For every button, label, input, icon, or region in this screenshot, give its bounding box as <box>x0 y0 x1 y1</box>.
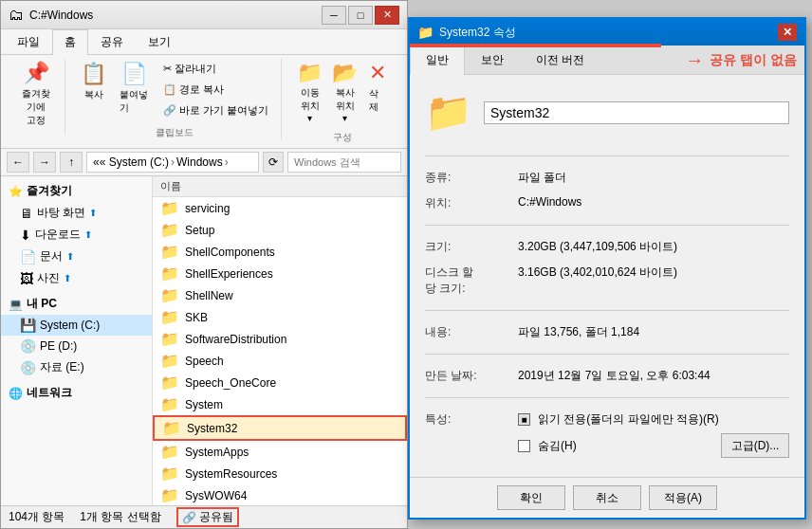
hidden-checkbox[interactable] <box>518 440 530 452</box>
copy-path-label: 경로 복사 <box>179 82 224 97</box>
props-close-button[interactable]: ✕ <box>778 24 797 41</box>
list-item[interactable]: 📁 Setup <box>153 219 407 241</box>
sidebar-mypc-header[interactable]: 💻 내 PC <box>1 293 152 315</box>
sidebar-item-data[interactable]: 💿 자료 (E:) <box>1 356 152 378</box>
ribbon-group-clipboard: 📋 복사 📄 붙여넣기 ✂ 잘라내기 📋 경 <box>69 59 282 139</box>
up-button[interactable]: ↑ <box>60 152 83 173</box>
forward-button[interactable]: → <box>33 152 56 173</box>
path-segment-1[interactable]: «« System (C:) <box>93 155 169 169</box>
list-item[interactable]: 📁 SysWOW64 <box>153 484 407 505</box>
search-input[interactable] <box>287 152 401 173</box>
divider-3 <box>425 310 789 311</box>
cancel-button[interactable]: 취소 <box>573 485 641 510</box>
shared-label: 공유됨 <box>199 509 233 525</box>
selected-count: 1개 항목 선택함 <box>80 509 160 525</box>
hidden-checkbox-box[interactable] <box>518 440 530 452</box>
maximize-button[interactable]: □ <box>348 6 373 25</box>
list-item[interactable]: 📁 Speech <box>153 350 407 372</box>
sidebar-item-download[interactable]: ⬇ 다운로드 ⬆ <box>1 224 152 246</box>
content-area: ⭐ 즐겨찾기 🖥 바탕 화면 ⬆ ⬇ 다운로드 ⬆ 📄 문서 ⬆ <box>1 176 407 505</box>
sidebar-item-desktop[interactable]: 🖥 바탕 화면 ⬆ <box>1 202 152 224</box>
list-item[interactable]: 📁 SKB <box>153 306 407 328</box>
copy-button[interactable]: 📋 복사 <box>77 59 111 104</box>
folder-icon: 📁 <box>160 486 179 504</box>
list-item[interactable]: 📁 ShellExperiences <box>153 263 407 284</box>
tab-general[interactable]: 일반 <box>410 46 465 75</box>
props-title-text: System32 속성 <box>439 25 772 41</box>
refresh-button[interactable]: ⟳ <box>263 152 284 173</box>
sidebar-section-mypc: 💻 내 PC 💾 System (C:) 💿 PE (D:) 💿 자료 (E:) <box>1 293 152 378</box>
paste-button[interactable]: 📄 붙여넣기 <box>113 59 157 118</box>
readonly-row: ■ 읽기 전용(폴더의 파일에만 적용)(R) <box>518 411 789 428</box>
size-value: 3.20GB (3,447,109,506 바이트) <box>518 239 789 255</box>
close-button[interactable]: ✕ <box>375 6 399 25</box>
sidebar-section-network: 🌐 네트워크 <box>1 382 152 404</box>
item-name: SystemResources <box>185 467 277 481</box>
desktop-icon: 🖥 <box>20 206 33 221</box>
favorites-icon: ⭐ <box>9 185 23 198</box>
minimize-button[interactable]: ─ <box>322 6 346 25</box>
address-path[interactable]: «« System (C:) › Windows › <box>86 152 259 173</box>
sidebar-item-pe[interactable]: 💿 PE (D:) <box>1 336 152 356</box>
move-button[interactable]: 📁 이동위치 ▾ <box>293 59 326 125</box>
tab-share[interactable]: 공유 <box>88 29 136 54</box>
list-item[interactable]: 📁 ShellComponents <box>153 241 407 263</box>
tab-security[interactable]: 보안 <box>465 46 520 74</box>
readonly-checkbox-box[interactable]: ■ <box>518 413 530 426</box>
item-name: Setup <box>185 224 214 237</box>
shared-status: 🔗 공유됨 <box>176 507 239 527</box>
properties-dialog: 📁 System32 속성 ✕ 일반 보안 이전 버전 → 공유 탭이 없음 📁… <box>408 17 806 520</box>
folder-name-input[interactable] <box>484 101 789 124</box>
shortcut-icon: 🔗 <box>163 104 176 117</box>
list-item[interactable]: 📁 SoftwareDistribution <box>153 328 407 350</box>
item-name: Speech <box>185 355 224 368</box>
path-segment-2[interactable]: Windows <box>176 155 223 169</box>
advanced-button[interactable]: 고급(D)... <box>721 433 789 458</box>
mypc-icon: 💻 <box>9 298 23 311</box>
divider-2 <box>425 225 789 226</box>
copy-label: 복사 <box>84 88 103 101</box>
props-title-bar: 📁 System32 속성 ✕ <box>410 19 804 46</box>
back-button[interactable]: ← <box>7 152 29 173</box>
cut-button[interactable]: ✂ 잘라내기 <box>158 59 273 79</box>
pin-button[interactable]: 📌 즐겨찾기에고정 <box>16 59 57 129</box>
tab-home[interactable]: 홈 <box>52 29 88 55</box>
tab-file[interactable]: 파일 <box>5 29 52 54</box>
tab-view[interactable]: 보기 <box>136 29 183 54</box>
apply-button[interactable]: 적용(A) <box>649 485 717 510</box>
sidebar-network-header[interactable]: 🌐 네트워크 <box>1 382 152 404</box>
delete-button[interactable]: ✕ 삭제 <box>363 59 392 116</box>
clipboard-group-label: 클립보드 <box>156 126 194 139</box>
pin-arrow-desktop: ⬆ <box>89 208 97 218</box>
sidebar-favorites-header[interactable]: ⭐ 즐겨찾기 <box>1 180 152 202</box>
list-item[interactable]: 📁 Speech_OneCore <box>153 372 407 393</box>
props-row-disksize: 디스크 할당 크기: 3.16GB (3,402,010,624 바이트) <box>425 264 789 297</box>
size-label: 크기: <box>425 239 510 255</box>
list-item[interactable]: 📁 SystemApps <box>153 441 407 463</box>
sidebar-item-documents[interactable]: 📄 문서 ⬆ <box>1 246 152 267</box>
shortcut-button[interactable]: 🔗 바로 가기 붙여넣기 <box>158 100 273 120</box>
pin-label: 즐겨찾기에고정 <box>20 87 53 127</box>
tab-previous-versions[interactable]: 이전 버전 <box>520 46 600 74</box>
list-item[interactable]: 📁 servicing <box>153 197 407 219</box>
sidebar-item-sysdrive[interactable]: 💾 System (C:) <box>1 315 152 336</box>
paste-label: 붙여넣기 <box>120 88 150 115</box>
sidebar-item-pictures[interactable]: 🖼 사진 ⬆ <box>1 267 152 289</box>
list-item[interactable]: 📁 ShellNew <box>153 284 407 306</box>
props-title-icon: 📁 <box>417 25 434 40</box>
attributes-label: 특성: <box>425 411 510 428</box>
divider-4 <box>425 354 789 355</box>
list-item[interactable]: 📁 SystemResources <box>153 463 407 484</box>
list-item[interactable]: 📁 System <box>153 393 407 415</box>
copy-path-button[interactable]: 📋 경로 복사 <box>158 80 273 100</box>
documents-icon: 📄 <box>20 249 36 264</box>
ok-button[interactable]: 확인 <box>497 485 565 510</box>
ribbon-content: 📌 즐겨찾기에고정 📋 복사 📄 붙여넣기 <box>1 55 407 148</box>
readonly-checkbox[interactable]: ■ <box>518 413 530 426</box>
copy2-button[interactable]: 📂 복사위치 ▾ <box>328 59 361 125</box>
sidebar-section-favorites: ⭐ 즐겨찾기 🖥 바탕 화면 ⬆ ⬇ 다운로드 ⬆ 📄 문서 ⬆ <box>1 180 152 289</box>
paste-icon: 📄 <box>121 62 147 86</box>
list-item-system32[interactable]: 📁 System32 <box>153 415 407 441</box>
path-sep-2: › <box>225 155 229 169</box>
disksize-label: 디스크 할당 크기: <box>425 264 510 297</box>
